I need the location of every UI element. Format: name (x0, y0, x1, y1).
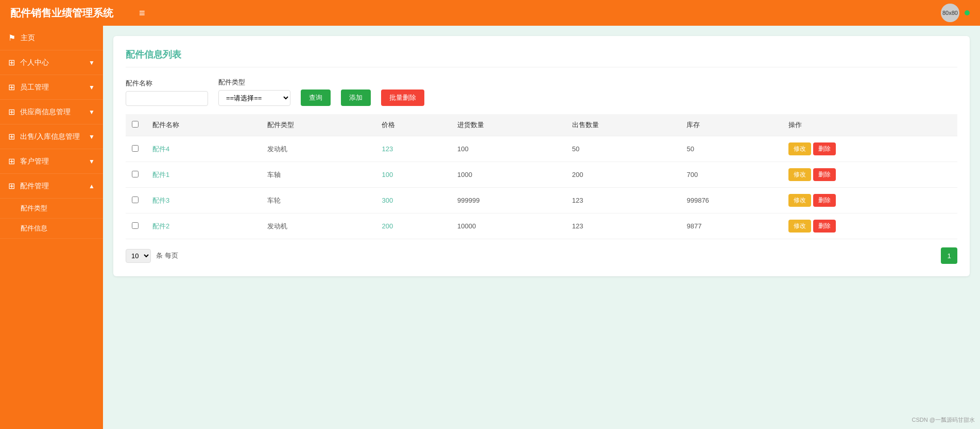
row-price-2: 300 (375, 188, 451, 213)
th-checkbox (126, 114, 146, 136)
table-row: 配件3 车轮 300 999999 123 999876 修改 删除 (126, 188, 957, 213)
row-type-3: 发动机 (261, 213, 376, 239)
table-row: 配件2 发动机 200 10000 123 9877 修改 删除 (126, 213, 957, 239)
row-name-3: 配件2 (146, 213, 261, 239)
top-header: 配件销售业绩管理系统 ≡ 80x80 (0, 0, 980, 26)
sidebar-label-personal: 个人中心 (20, 58, 49, 67)
sidebar-item-supplier[interactable]: ⊞ 供应商信息管理 ▼ (0, 100, 103, 124)
th-name: 配件名称 (146, 114, 261, 136)
row-name-1: 配件1 (146, 162, 261, 188)
th-action: 操作 (782, 114, 957, 136)
sidebar-label-supplier: 供应商信息管理 (20, 108, 71, 117)
edit-button-2[interactable]: 修改 (788, 194, 811, 207)
table-row: 配件1 车轴 100 1000 200 700 修改 删除 (126, 162, 957, 188)
inout-arrow: ▼ (89, 133, 95, 140)
sidebar-label-inout: 出售/入库信息管理 (20, 132, 80, 141)
row-checkbox-1[interactable] (132, 171, 139, 177)
row-type-1: 车轴 (261, 162, 376, 188)
row-action-1: 修改 删除 (782, 162, 957, 188)
menu-icon[interactable]: ≡ (139, 7, 145, 19)
watermark: CSDN @一瓢源码甘甜水 (912, 416, 975, 424)
sidebar-label-parts: 配件管理 (20, 182, 49, 191)
row-stock-3: 9877 (680, 213, 782, 239)
th-out-qty: 出售数量 (566, 114, 681, 136)
supplier-icon: ⊞ (8, 107, 15, 117)
filter-type-group: 配件类型 ==请选择== 发动机 车轴 车轮 (218, 78, 290, 106)
row-checkbox-cell (126, 136, 146, 162)
row-in-qty-0: 100 (451, 136, 566, 162)
sidebar-item-inout[interactable]: ⊞ 出售/入库信息管理 ▼ (0, 124, 103, 149)
sidebar-sub-parts-info[interactable]: 配件信息 (0, 219, 103, 239)
customer-arrow: ▼ (89, 158, 95, 165)
th-stock: 库存 (680, 114, 782, 136)
delete-button-1[interactable]: 删除 (813, 168, 836, 181)
sidebar-item-parts[interactable]: ⊞ 配件管理 ▲ (0, 174, 103, 199)
page-title: 配件信息列表 (126, 48, 957, 67)
parts-table: 配件名称 配件类型 价格 进货数量 出售数量 库存 操作 配件4 发动机 123… (126, 114, 957, 239)
personal-icon: ⊞ (8, 58, 15, 67)
delete-button-0[interactable]: 删除 (813, 142, 836, 155)
sidebar-label-customer: 客户管理 (20, 157, 49, 166)
header-right: 80x80 (941, 4, 970, 22)
row-checkbox-0[interactable] (132, 145, 139, 152)
select-all-checkbox[interactable] (132, 121, 139, 128)
filter-name-label: 配件名称 (126, 79, 208, 88)
sidebar-sub-parts-type[interactable]: 配件类型 (0, 199, 103, 219)
delete-button-3[interactable]: 删除 (813, 220, 836, 233)
row-out-qty-2: 123 (566, 188, 681, 213)
filter-name-group: 配件名称 (126, 79, 208, 106)
personal-arrow: ▼ (89, 59, 95, 66)
pagination-row: 10 20 50 条 每页 1 (126, 247, 957, 264)
row-stock-0: 50 (680, 136, 782, 162)
sidebar-item-staff[interactable]: ⊞ 员工管理 ▼ (0, 75, 103, 100)
page-btn-1[interactable]: 1 (941, 247, 957, 264)
search-button[interactable]: 查询 (301, 90, 331, 106)
sidebar-label-home: 主页 (21, 33, 35, 43)
row-price-1: 100 (375, 162, 451, 188)
home-icon: ⚑ (8, 33, 15, 43)
batch-delete-button[interactable]: 批量删除 (381, 90, 424, 106)
page-size-label: 条 每页 (156, 251, 178, 260)
row-name-0: 配件4 (146, 136, 261, 162)
th-type: 配件类型 (261, 114, 376, 136)
add-button[interactable]: 添加 (341, 90, 371, 106)
delete-button-2[interactable]: 删除 (813, 194, 836, 207)
supplier-arrow: ▼ (89, 109, 95, 116)
sidebar-item-customer[interactable]: ⊞ 客户管理 ▼ (0, 149, 103, 174)
row-out-qty-0: 50 (566, 136, 681, 162)
main-card: 配件信息列表 配件名称 配件类型 ==请选择== 发动机 车轴 车轮 查询 (113, 36, 970, 276)
filter-type-select[interactable]: ==请选择== 发动机 车轴 车轮 (218, 90, 290, 106)
row-checkbox-2[interactable] (132, 196, 139, 203)
filter-name-input[interactable] (126, 91, 208, 106)
edit-button-3[interactable]: 修改 (788, 220, 811, 233)
sidebar-item-personal[interactable]: ⊞ 个人中心 ▼ (0, 50, 103, 75)
table-body: 配件4 发动机 123 100 50 50 修改 删除 配件1 车轴 100 1… (126, 136, 957, 239)
avatar[interactable]: 80x80 (941, 4, 959, 22)
sidebar-sub-label-parts-type: 配件类型 (21, 204, 47, 213)
row-action-2: 修改 删除 (782, 188, 957, 213)
edit-button-0[interactable]: 修改 (788, 142, 811, 155)
table-row: 配件4 发动机 123 100 50 50 修改 删除 (126, 136, 957, 162)
row-action-0: 修改 删除 (782, 136, 957, 162)
row-in-qty-2: 999999 (451, 188, 566, 213)
page-size-select[interactable]: 10 20 50 (126, 249, 151, 263)
filter-type-label: 配件类型 (218, 78, 290, 87)
sidebar-label-staff: 员工管理 (20, 83, 49, 92)
main-layout: ⚑ 主页 ⊞ 个人中心 ▼ ⊞ 员工管理 ▼ ⊞ 供应商信息管理 ▼ (0, 26, 980, 429)
th-in-qty: 进货数量 (451, 114, 566, 136)
online-indicator (965, 10, 970, 15)
sidebar: ⚑ 主页 ⊞ 个人中心 ▼ ⊞ 员工管理 ▼ ⊞ 供应商信息管理 ▼ (0, 26, 103, 429)
th-price: 价格 (375, 114, 451, 136)
edit-button-1[interactable]: 修改 (788, 168, 811, 181)
row-stock-2: 999876 (680, 188, 782, 213)
filter-row: 配件名称 配件类型 ==请选择== 发动机 车轴 车轮 查询 添加 批量删除 (126, 78, 957, 106)
sidebar-item-home[interactable]: ⚑ 主页 (0, 26, 103, 50)
parts-arrow: ▲ (89, 183, 95, 190)
row-checkbox-3[interactable] (132, 222, 139, 229)
parts-icon: ⊞ (8, 181, 15, 191)
staff-arrow: ▼ (89, 84, 95, 91)
row-price-3: 200 (375, 213, 451, 239)
row-checkbox-cell (126, 188, 146, 213)
customer-icon: ⊞ (8, 156, 15, 166)
row-type-2: 车轮 (261, 188, 376, 213)
